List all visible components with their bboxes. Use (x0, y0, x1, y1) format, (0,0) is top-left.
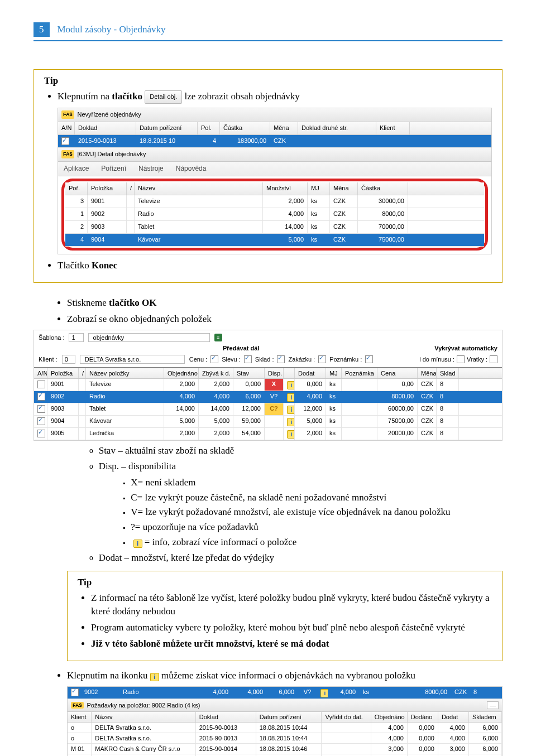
info-icon[interactable]: i (287, 381, 295, 389)
screenshot-sablona: Šablona : 1 objednávky ≡ Předávat dál Vy… (34, 330, 502, 441)
window-title: [63MJ] Detail objednávky (78, 150, 146, 159)
fas-icon: FA$ (71, 702, 84, 709)
dominus-checkbox[interactable] (457, 355, 465, 363)
checkbox[interactable] (37, 405, 45, 413)
detail-row[interactable]: 19002Radio4,000ksCZK8000,00 (65, 208, 484, 221)
tip1-item-1: Klepnutím na tlačítko Detail obj. lze zo… (58, 90, 492, 254)
window-titlebar-1: FA$ Nevyřízené objednávky (58, 108, 491, 122)
menu-item[interactable]: Nástroje (138, 164, 164, 174)
open-icon[interactable]: ≡ (214, 334, 222, 341)
checkbox[interactable] (277, 355, 285, 363)
checkbox[interactable] (71, 688, 79, 696)
klient-row: Klient : 0 DELTA Svratka s.r.o. Cenu :Sl… (34, 354, 502, 368)
page-header: 5 Modul zásoby - Objednávky (34, 22, 502, 41)
vykryvat-label: Vykrývat automaticky (434, 345, 497, 351)
legend-stav: Stav – aktuální stav zboží na skladě (89, 444, 502, 458)
checkbox[interactable] (37, 393, 45, 401)
step-okno: Zobrazí se okno objednaných položek (67, 312, 502, 326)
klient-number[interactable]: 0 (62, 355, 75, 364)
tip2-item-3: Již v této šabloně můžete určit množství… (91, 637, 492, 651)
legend-x: X= není skladem (123, 476, 502, 490)
table-row[interactable]: 9001Televize2,0002,0000,000Xi0,000ks0,00… (34, 379, 502, 391)
info-icon[interactable]: i (287, 418, 295, 426)
tip1-item-2: Tlačítko Konec (58, 259, 492, 273)
info-icon[interactable]: i (287, 406, 295, 414)
fas-icon: FA$ (61, 150, 74, 158)
detail-row[interactable]: 49004Kávovar5,000ksCZK75000,00 (65, 234, 484, 247)
table-row[interactable]: 9005Lednička2,0002,00054,000i2,000ks2000… (34, 428, 502, 440)
fas-icon: FA$ (61, 110, 74, 119)
checkbox[interactable] (37, 381, 45, 388)
window-titlebar-2: FA$ [63MJ] Detail objednávky (58, 148, 491, 162)
step-ok: Stiskneme tlačítko OK (67, 296, 502, 310)
tip2-item-2: Program automaticky vybere ty položky, k… (91, 621, 492, 635)
grid-header: A/NPoložka/Název položkyObjednánoZbývá k… (34, 368, 502, 379)
table-row[interactable]: 9003Tablet14,00014,00012,000C?i12,000ks6… (34, 403, 502, 416)
info-icon[interactable]: i (287, 393, 295, 402)
checkbox[interactable] (365, 355, 373, 363)
vratky-checkbox[interactable] (490, 355, 497, 363)
info-icon[interactable]: i (150, 673, 159, 681)
legend-disp: Disp. – disponibilita (89, 460, 502, 474)
info-icon: i (133, 540, 142, 548)
table-row[interactable]: oDELTA Svratka s.r.o.2015-90-001318.08.2… (68, 723, 502, 733)
top-row: 9002Radio4,0004,0006,000V?i4,000ks8000,0… (68, 687, 502, 699)
tip2-item-1: Z informací na této šabloně lze vyčíst, … (91, 591, 492, 619)
sablona-number[interactable]: 1 (69, 333, 83, 342)
checkbox[interactable] (318, 355, 326, 363)
table-row[interactable]: oDELTA Svratka s.r.o.2015-90-001318.08.2… (68, 733, 502, 744)
window-title: Nevyřízené objednávky (78, 110, 141, 119)
checkbox[interactable] (61, 137, 69, 145)
menu-item[interactable]: Pořízení (101, 164, 126, 174)
menubar: AplikacePořízeníNástrojeNápověda (58, 162, 491, 176)
screenshot-nevyrizene: FA$ Nevyřízené objednávky A/NDokladDatum… (58, 108, 492, 254)
window-title: Požadavky na položku: 9002 Radio (4 ks) (87, 702, 200, 709)
tip-box-2: Tip Z informací na této šabloně lze vyčí… (67, 571, 502, 662)
legend-info: i = info, zobrazí více informací o polož… (123, 536, 502, 550)
page-title: Modul zásoby - Objednávky (58, 24, 166, 35)
info-icon[interactable]: i (320, 689, 328, 697)
grid-header: A/NDokladDatum pořízeníPol.ČástkaMěnaDok… (58, 122, 491, 135)
tip-title: Tip (78, 577, 492, 588)
grid-row-selected[interactable]: 2015-90-001318.8.2015 104183000,00CZK (58, 135, 491, 148)
step-info-icon: Klepnutím na ikonku i můžeme získat více… (67, 669, 502, 683)
table-row[interactable]: 9004Kávovar5,0005,00059,000i5,000ks75000… (34, 416, 502, 428)
legend-v: V= lze vykrýt požadované množství, ale e… (123, 505, 502, 519)
detail-obj-button[interactable]: Detail obj. (145, 90, 182, 104)
detail-row[interactable]: 39001Televize2,000ksCZK30000,00 (65, 195, 484, 208)
minimize-icon[interactable]: — (487, 701, 499, 709)
checkbox[interactable] (244, 355, 252, 363)
highlight-ring: Poř.Položka/NázevMnožstvíMJMěnaČástka 39… (61, 179, 488, 251)
predavat-label: Předávat dál (223, 345, 259, 351)
checkbox[interactable] (37, 417, 45, 425)
tip-box-1: Tip Klepnutím na tlačítko Detail obj. lz… (34, 69, 502, 283)
legend-c: C= lze vykrýt pouze částečně, na skladě … (123, 491, 502, 505)
window-titlebar-3: FA$ Požadavky na položku: 9002 Radio (4 … (68, 699, 502, 712)
legend-q: ?= upozorňuje na více požadavků (123, 521, 502, 535)
table-row[interactable]: M 01MAKRO Cash & Carry ČR s.r.o2015-90-0… (68, 744, 502, 754)
klient-name[interactable]: DELTA Svratka s.r.o. (80, 355, 185, 364)
sablona-row: Šablona : 1 objednávky ≡ (34, 330, 502, 345)
detail-row[interactable]: 29003Tablet14,000ksCZK70000,00 (65, 221, 484, 234)
table-row[interactable]: 9002Radio4,0004,0006,000V?i4,000ks8000,0… (34, 391, 502, 403)
screenshot-pozadavky: 9002Radio4,0004,0006,000V?i4,000ks8000,0… (67, 686, 502, 756)
sablona-name[interactable]: objednávky (88, 333, 210, 342)
checkbox[interactable] (210, 355, 218, 363)
checkbox[interactable] (37, 430, 45, 437)
detail-grid-header: Poř.Položka/NázevMnožstvíMJMěnaČástka (65, 182, 484, 195)
menu-item[interactable]: Aplikace (64, 164, 89, 174)
legend-dodat: Dodat – množství, které lze předat do vý… (89, 551, 502, 565)
page-number: 5 (34, 22, 50, 37)
menu-item[interactable]: Nápověda (176, 164, 207, 174)
tip-title: Tip (44, 75, 492, 86)
grid-header: KlientNázevDokladDatum pořízeníVyřídit d… (68, 712, 502, 723)
info-icon[interactable]: i (287, 430, 295, 439)
